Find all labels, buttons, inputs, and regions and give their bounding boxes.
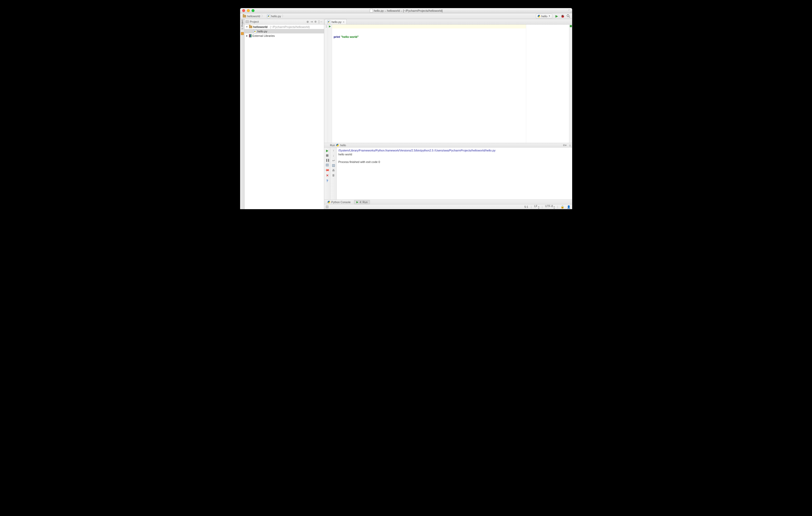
window-controls (240, 9, 255, 12)
expand-toggle-icon[interactable]: ▶ (245, 34, 248, 37)
run-config-name: hello (541, 14, 547, 18)
rerun-button[interactable]: ▶ (326, 149, 328, 152)
tree-file[interactable]: hello.py (244, 29, 324, 33)
close-window-button[interactable] (242, 9, 245, 12)
dump-threads-button[interactable] (326, 164, 329, 166)
svg-line-1 (569, 17, 570, 18)
run-config-selector[interactable]: hello ▼ (536, 14, 552, 19)
console-stdout: hello world (338, 153, 352, 156)
status-bar: 5:1 | LF ▴▾ | UTF-8 ▴▾ | 🔒 👤 (324, 205, 572, 209)
minimize-window-button[interactable] (247, 9, 250, 12)
tab-python-console[interactable]: Python Console (325, 200, 353, 204)
toolbar-right: hello ▼ ▶ 🐞 (536, 13, 572, 19)
run-button[interactable]: ▶ (554, 13, 560, 19)
breadcrumb-project-label: helloworld (247, 14, 260, 18)
chevron-down-icon: ▼ (548, 15, 550, 17)
python-icon (538, 15, 540, 18)
hide-panel-icon[interactable]: │← (318, 20, 323, 24)
structure-tool-tab[interactable] (241, 32, 244, 35)
tree-root-name: helloworld (253, 25, 267, 28)
run-hide-icon[interactable]: ⤓ (569, 144, 571, 147)
line-separator[interactable]: LF ▴▾ (534, 205, 539, 209)
breadcrumb-file[interactable]: hello.py 〉 (266, 14, 286, 18)
pin-tab-button[interactable]: 📌 (324, 168, 330, 173)
window-title-text: hello.py – helloworld – [~/PycharmProjec… (374, 9, 442, 12)
run-line-icon[interactable]: ▶ (328, 25, 332, 28)
tab-python-console-label: Python Console (331, 201, 351, 204)
inspection-ok-icon[interactable] (570, 25, 572, 27)
ide-window: hello.py – helloworld – [~/PycharmProjec… (240, 8, 572, 209)
zoom-window-button[interactable] (252, 9, 255, 12)
clear-all-icon[interactable]: 🗑 (332, 174, 335, 177)
readonly-lock-icon[interactable]: 🔒 (561, 205, 564, 209)
run-settings-gear-icon[interactable]: ✲▾ (563, 144, 567, 147)
error-stripe (569, 25, 572, 143)
run-panel-config: hello (340, 144, 346, 147)
chevron-right-icon: 〉 (282, 14, 285, 18)
tree-file-name: hello.py (257, 30, 267, 33)
tree-root-path: (~/PycharmProjects/helloworld) (270, 25, 310, 28)
libraries-icon (249, 34, 252, 37)
editor-area: hello.py × 1 ▶ print "hello world" (324, 19, 572, 209)
project-sidebar-header: Project ⊕ ⇥ ✲ │← (244, 19, 324, 25)
python-file-icon (327, 20, 330, 24)
line-number-gutter: 1 (324, 25, 328, 143)
up-stack-icon[interactable]: ↑ (333, 149, 335, 152)
fullscreen-icon[interactable] (569, 9, 572, 12)
python-file-icon (267, 14, 270, 18)
debug-button[interactable]: 🐞 (560, 13, 566, 19)
search-button[interactable] (566, 13, 571, 19)
stop-button[interactable] (326, 154, 328, 157)
breadcrumb-file-label: hello.py (271, 14, 281, 18)
python-icon (328, 201, 330, 204)
run-panel-header: Run hello ✲▾ ⤓ (324, 143, 572, 148)
run-gutter: ▶ (328, 25, 332, 143)
project-view-icon (245, 20, 249, 23)
tab-run[interactable]: ▶ 4: Run (354, 200, 370, 204)
breadcrumb: helloworld 〉 hello.py 〉 (240, 14, 286, 18)
tree-external-label: External Libraries (252, 34, 275, 37)
navigation-bar: helloworld 〉 hello.py 〉 hello ▼ ▶ 🐞 (240, 13, 572, 19)
project-tool-tab[interactable]: 1: Project (241, 19, 243, 31)
project-tree[interactable]: ▼ helloworld (~/PycharmProjects/hellowor… (244, 25, 324, 209)
chevron-right-icon: 〉 (261, 14, 264, 18)
scroll-to-source-icon[interactable]: ⊕ (307, 20, 309, 24)
project-sidebar-title: Project (250, 20, 259, 23)
editor-right-margin (526, 25, 569, 143)
bottom-tool-tabs: Python Console ▶ 4: Run (324, 200, 572, 205)
titlebar: hello.py – helloworld – [~/PycharmProjec… (240, 8, 572, 13)
window-title: hello.py – helloworld – [~/PycharmProjec… (370, 9, 442, 12)
close-tab-icon[interactable]: × (343, 20, 344, 24)
console-exit: Process finished with exit code 0 (338, 160, 380, 163)
status-toggle-icon[interactable] (326, 206, 328, 208)
scroll-to-end-icon[interactable] (332, 164, 335, 167)
python-file-icon (254, 30, 257, 33)
tree-root[interactable]: ▼ helloworld (~/PycharmProjects/hellowor… (244, 25, 324, 29)
svg-point-0 (567, 14, 569, 17)
help-button[interactable]: ? (326, 179, 328, 183)
code-string: "hello world" (341, 35, 359, 38)
print-icon[interactable]: 🖶 (332, 169, 335, 172)
settings-gear-icon[interactable]: ✲ (314, 20, 317, 24)
code-editor[interactable]: print "hello world" (332, 25, 526, 143)
cursor-position[interactable]: 5:1 (524, 205, 528, 208)
tree-external-libraries[interactable]: ▶ External Libraries (244, 33, 324, 38)
expand-toggle-icon[interactable]: ▼ (245, 26, 248, 28)
run-actions-column: ▶ ❚❚ 📌 ✕ ? (324, 148, 330, 200)
console-output[interactable]: /System/Library/Frameworks/Python.framew… (337, 148, 572, 200)
soft-wrap-icon[interactable]: ↩ (332, 159, 335, 162)
file-encoding[interactable]: UTF-8 ▴▾ (545, 205, 555, 209)
editor-tab-label: hello.py (331, 20, 342, 24)
console-command: /System/Library/Frameworks/Python.framew… (338, 149, 496, 152)
breadcrumb-project[interactable]: helloworld 〉 (242, 14, 265, 18)
code-keyword: print (334, 35, 340, 38)
file-icon (370, 9, 373, 12)
close-run-button[interactable]: ✕ (326, 174, 329, 177)
editor-tab[interactable]: hello.py × (325, 19, 347, 24)
editor-tabstrip: hello.py × (324, 19, 572, 25)
collapse-all-icon[interactable]: ⇥ (310, 20, 313, 24)
tab-run-label: 4: Run (359, 201, 368, 204)
inspector-icon[interactable]: 👤 (567, 205, 571, 209)
pause-button[interactable]: ❚❚ (325, 158, 329, 162)
down-stack-icon[interactable]: ↓ (333, 154, 335, 157)
